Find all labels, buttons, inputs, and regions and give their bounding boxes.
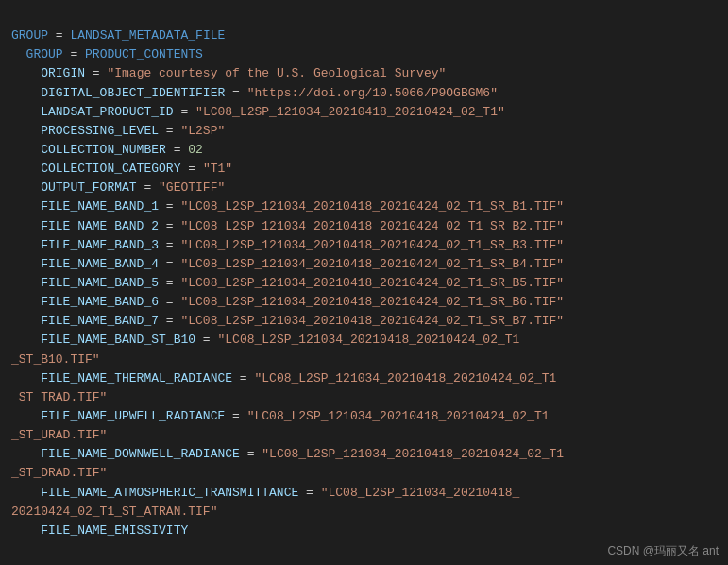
keyword-group: GROUP [11, 28, 48, 43]
code-line: ORIGIN = "Image courtesy of the U.S. Geo… [11, 64, 717, 83]
string-value: "T1" [203, 162, 232, 176]
key: COLLECTION_NUMBER [11, 143, 166, 157]
code-line: GROUP = LANDSAT_METADATA_FILE [11, 26, 717, 45]
key: FILE_NAME_BAND_5 [11, 276, 159, 290]
key: FILE_NAME_BAND_4 [11, 257, 159, 271]
code-line: FILE_NAME_BAND_6 = "LC08_L2SP_121034_202… [11, 293, 717, 312]
key: FILE_NAME_BAND_2 [11, 219, 159, 233]
string-value: "LC08_L2SP_121034_20210418_20210424_02_T… [180, 276, 564, 290]
number-value: 02 [188, 143, 203, 157]
key: COLLECTION_CATEGORY [11, 162, 180, 176]
key-partial: FILE_NAME_EMISSIVITY [11, 523, 188, 538]
code-line: COLLECTION_NUMBER = 02 [11, 141, 717, 160]
wrap-continuation: _ST_TRAD.TIF" [11, 390, 107, 404]
watermark: CSDN @玛丽又名 ant [607, 543, 719, 559]
code-line: COLLECTION_CATEGORY = "T1" [11, 160, 717, 179]
code-line: FILE_NAME_BAND_5 = "LC08_L2SP_121034_202… [11, 274, 717, 293]
key: OUTPUT_FORMAT [11, 180, 137, 195]
code-line: FILE_NAME_BAND_4 = "LC08_L2SP_121034_202… [11, 255, 717, 274]
code-line: FILE_NAME_DOWNWELL_RADIANCE = "LC08_L2SP… [11, 445, 717, 483]
string-value: "LC08_L2SP_121034_20210418_20210424_02_T… [180, 314, 564, 328]
code-line: FILE_NAME_BAND_1 = "LC08_L2SP_121034_202… [11, 197, 717, 216]
keyword-group: GROUP [26, 47, 63, 61]
code-line: FILE_NAME_ATMOSPHERIC_TRANSMITTANCE = "L… [11, 484, 717, 522]
code-line: FILE_NAME_BAND_2 = "LC08_L2SP_121034_202… [11, 217, 717, 236]
string-value: "LC08_L2SP_121034_20210418_20210424_02_T… [180, 199, 564, 214]
code-line: OUTPUT_FORMAT = "GEOTIFF" [11, 179, 717, 197]
code-line: FILE_NAME_EMISSIVITY [11, 522, 717, 540]
string-value: "https://doi.org/10.5066/P9OGBGM6" [247, 86, 498, 100]
group-value: LANDSAT_METADATA_FILE [70, 28, 225, 43]
key: FILE_NAME_UPWELL_RADIANCE [11, 409, 225, 423]
key: LANDSAT_PRODUCT_ID [11, 105, 174, 119]
code-line: FILE_NAME_BAND_7 = "LC08_L2SP_121034_202… [11, 312, 717, 331]
code-line: GROUP = PRODUCT_CONTENTS [11, 45, 717, 64]
key: FILE_NAME_ATMOSPHERIC_TRANSMITTANCE [11, 486, 298, 500]
key: ORIGIN [11, 66, 85, 80]
key: FILE_NAME_THERMAL_RADIANCE [11, 371, 232, 385]
wrap-continuation: _ST_DRAD.TIF" [11, 466, 107, 480]
key: FILE_NAME_BAND_7 [11, 314, 159, 328]
code-line: FILE_NAME_THERMAL_RADIANCE = "LC08_L2SP_… [11, 369, 717, 407]
key: DIGITAL_OBJECT_IDENTIFIER [11, 86, 225, 100]
string-value: "L2SP" [180, 124, 225, 138]
string-value: "LC08_L2SP_121034_20210418_20210424_02_T… [180, 257, 564, 271]
code-line: FILE_NAME_BAND_ST_B10 = "LC08_L2SP_12103… [11, 331, 717, 368]
key: FILE_NAME_BAND_6 [11, 295, 159, 309]
key: FILE_NAME_BAND_ST_B10 [11, 333, 195, 347]
group-value: PRODUCT_CONTENTS [85, 47, 203, 61]
wrap-continuation: _ST_B10.TIF" [11, 352, 100, 367]
string-value: "GEOTIFF" [159, 180, 225, 195]
string-value: "Image courtesy of the U.S. Geological S… [107, 66, 446, 80]
code-viewer: GROUP = LANDSAT_METADATA_FILE GROUP = PR… [0, 0, 728, 548]
key: PROCESSING_LEVEL [11, 124, 159, 138]
string-value: "LC08_L2SP_121034_20210418_20210424_02_T… [180, 295, 564, 309]
code-line: FILE_NAME_UPWELL_RADIANCE = "LC08_L2SP_1… [11, 407, 717, 445]
string-value: "LC08_L2SP_121034_20210418_20210424_02_T… [195, 105, 505, 119]
wrap-continuation: _ST_URAD.TIF" [11, 428, 107, 442]
code-line: FILE_NAME_BAND_3 = "LC08_L2SP_121034_202… [11, 236, 717, 255]
key: FILE_NAME_DOWNWELL_RADIANCE [11, 447, 240, 461]
string-value: "LC08_L2SP_121034_20210418_20210424_02_T… [180, 238, 564, 252]
wrap-continuation: 20210424_02_T1_ST_ATRAN.TIF" [11, 505, 217, 519]
code-line: LANDSAT_PRODUCT_ID = "LC08_L2SP_121034_2… [11, 103, 717, 122]
code-line: DIGITAL_OBJECT_IDENTIFIER = "https://doi… [11, 84, 717, 103]
code-line: PROCESSING_LEVEL = "L2SP" [11, 122, 717, 141]
key: FILE_NAME_BAND_1 [11, 199, 159, 214]
key: FILE_NAME_BAND_3 [11, 238, 159, 252]
string-value: "LC08_L2SP_121034_20210418_20210424_02_T… [180, 219, 564, 233]
